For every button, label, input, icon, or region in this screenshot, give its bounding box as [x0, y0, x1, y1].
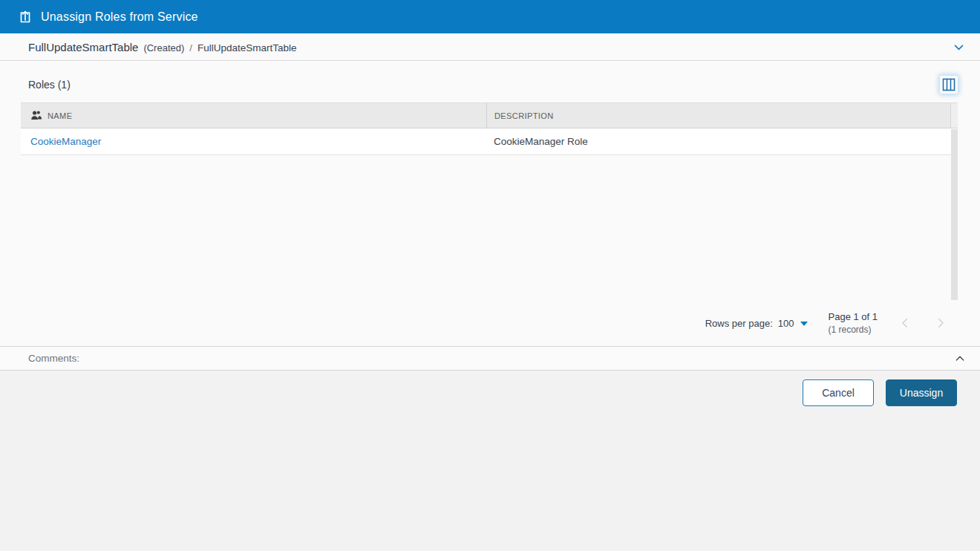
breadcrumb-separator: /: [189, 42, 192, 53]
dialog-title: Unassign Roles from Service: [41, 10, 198, 24]
unassign-export-icon: [18, 10, 33, 25]
dialog-footer: Cancel Unassign: [0, 371, 980, 551]
chevron-up-icon[interactable]: [950, 349, 970, 368]
cancel-button[interactable]: Cancel: [803, 379, 874, 406]
table-header-row: NAME DESCRIPTION: [21, 102, 958, 128]
roles-section-title: Roles (1): [28, 79, 71, 91]
columns-icon[interactable]: [940, 76, 958, 94]
dialog-titlebar: Unassign Roles from Service: [0, 0, 980, 33]
table-empty-area: [21, 155, 958, 300]
breadcrumb-trail: FullUpdateSmartTable (Created) / FullUpd…: [28, 41, 297, 53]
users-icon: [30, 110, 42, 122]
table-header-endcap: [950, 103, 958, 128]
dropdown-caret-icon: [800, 322, 808, 326]
page-indicator: Page 1 of 1: [829, 310, 878, 324]
column-header-name[interactable]: NAME: [21, 103, 486, 128]
page-nav: [898, 316, 952, 330]
breadcrumb-service-name: FullUpdateSmartTable: [28, 41, 138, 53]
chevron-left-icon[interactable]: [898, 316, 912, 330]
dialog-content: Roles (1): [0, 61, 980, 346]
breadcrumb-item: FullUpdateSmartTable: [197, 42, 297, 53]
chevron-right-icon[interactable]: [934, 316, 947, 330]
chevron-down-icon[interactable]: [949, 37, 968, 56]
column-header-name-label: NAME: [48, 111, 72, 120]
rows-per-page-value: 100: [778, 318, 794, 329]
rows-per-page-label: Rows per page:: [705, 318, 773, 329]
table-row[interactable]: CookieManager CookieManager Role: [21, 128, 958, 155]
breadcrumb: FullUpdateSmartTable (Created) / FullUpd…: [0, 33, 980, 61]
roles-table: NAME DESCRIPTION CookieManager CookieMan…: [21, 102, 958, 346]
role-name-link[interactable]: CookieManager: [30, 136, 101, 147]
column-header-description-label: DESCRIPTION: [494, 111, 554, 120]
unassign-button[interactable]: Unassign: [886, 379, 957, 406]
role-name-cell: CookieManager: [21, 136, 486, 147]
records-count: (1 records): [829, 324, 878, 336]
roles-section-header: Roles (1): [21, 61, 958, 102]
page-info: Page 1 of 1 (1 records): [829, 310, 878, 336]
role-description-cell: CookieManager Role: [486, 136, 958, 147]
comments-section-toggle[interactable]: Comments:: [0, 346, 980, 371]
rows-per-page-select[interactable]: Rows per page: 100: [705, 318, 808, 329]
breadcrumb-status: (Created): [143, 42, 184, 53]
comments-label: Comments:: [28, 353, 79, 364]
column-header-description[interactable]: DESCRIPTION: [486, 103, 950, 128]
unassign-roles-dialog: Unassign Roles from Service FullUpdateSm…: [0, 0, 980, 551]
table-scrollbar[interactable]: [951, 129, 958, 300]
table-pagination: Rows per page: 100 Page 1 of 1 (1 record…: [21, 300, 958, 346]
